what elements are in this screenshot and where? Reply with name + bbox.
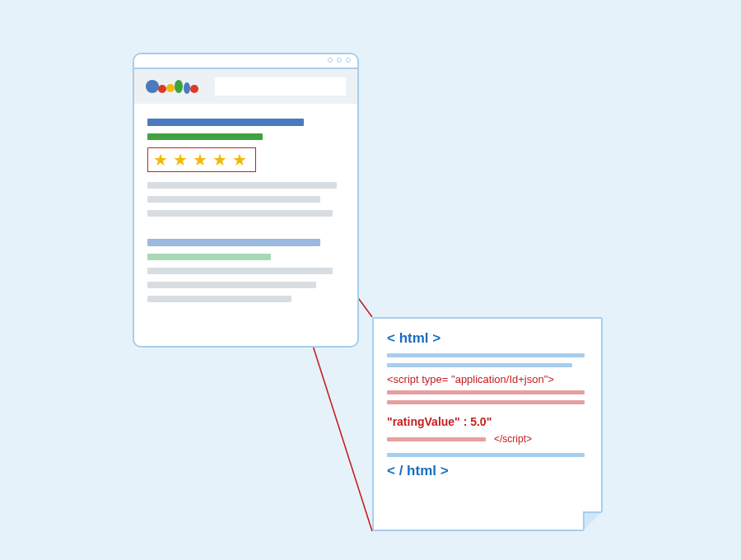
- svg-point-4: [166, 84, 175, 92]
- result-title: [147, 119, 304, 126]
- window-dot: [328, 58, 333, 63]
- svg-point-2: [146, 80, 159, 93]
- svg-point-7: [190, 85, 198, 93]
- window-titlebar: [134, 54, 357, 69]
- star-icon: ★: [153, 152, 168, 168]
- result-desc-line: [147, 268, 333, 274]
- result-title: [147, 239, 320, 246]
- result-desc-line: [147, 182, 337, 189]
- google-logo: [146, 77, 203, 96]
- svg-point-6: [184, 82, 190, 94]
- rating-highlight-box: ★ ★ ★ ★ ★: [147, 147, 256, 172]
- code-line: [387, 453, 585, 457]
- html-open-tag: < html >: [387, 330, 588, 347]
- callout-lines: [0, 0, 741, 560]
- code-page: < html > <script type= "application/Id+j…: [372, 317, 603, 531]
- script-open-tag: <script type= "application/Id+json">: [387, 373, 588, 385]
- code-line: [387, 390, 585, 394]
- window-dot: [337, 58, 342, 63]
- page-dogear: [583, 511, 603, 531]
- star-icon: ★: [193, 152, 207, 168]
- star-icon: ★: [232, 152, 247, 168]
- svg-point-3: [158, 85, 166, 93]
- browser-toolbar: [134, 69, 357, 104]
- result-desc-line: [147, 210, 333, 217]
- html-close-tag: < / html >: [387, 463, 588, 479]
- result-url: [147, 133, 263, 140]
- star-icon: ★: [212, 152, 227, 168]
- result-url: [147, 254, 271, 260]
- result-desc-line: [147, 282, 316, 288]
- script-close-tag: </script>: [494, 433, 532, 445]
- search-input[interactable]: [215, 77, 346, 96]
- search-results: ★ ★ ★ ★ ★: [134, 104, 357, 302]
- star-icon: ★: [173, 152, 188, 168]
- code-line: [387, 363, 572, 367]
- result-desc-line: [147, 196, 320, 203]
- rating-snippet: ★ ★ ★ ★ ★: [147, 147, 344, 172]
- code-line: [387, 437, 486, 441]
- result-desc-line: [147, 296, 291, 302]
- window-controls: [328, 58, 351, 63]
- code-line: [387, 400, 585, 404]
- browser-window: ★ ★ ★ ★ ★: [133, 53, 359, 348]
- rating-value-line: "ratingValue" : 5.0": [387, 415, 588, 428]
- svg-point-5: [175, 80, 183, 93]
- code-line: [387, 353, 585, 357]
- window-dot: [346, 58, 351, 63]
